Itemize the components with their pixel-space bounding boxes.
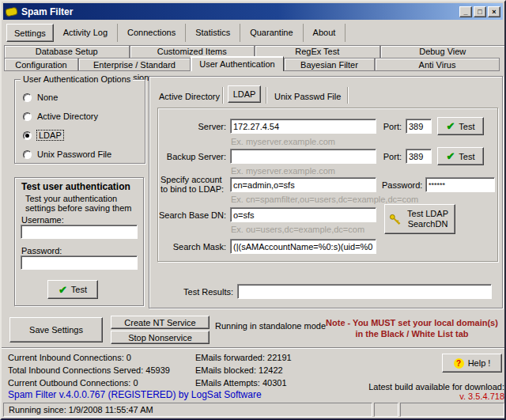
server-port-label: Port: (378, 122, 402, 131)
username-input[interactable] (21, 225, 138, 239)
test-server-button-label: Test (459, 122, 474, 131)
backup-port-label: Port: (378, 152, 402, 161)
check-icon: ✔ (446, 122, 455, 131)
tab-about[interactable]: About (304, 24, 346, 42)
search-base-dn-input[interactable] (230, 207, 376, 222)
statusbar-running-since: Running since: 1/9/2008 11:55:47 AM (3, 403, 372, 417)
radio-row-none[interactable]: None (23, 93, 145, 102)
bind-account-label: Specify account to bind to LDAP: (160, 175, 227, 194)
tab-connections[interactable]: Connections (118, 24, 186, 42)
stat-value: 0 (133, 378, 138, 388)
test-results-label: Test Results: (154, 287, 233, 297)
key-icon (389, 214, 401, 225)
spam-filter-window: Spam Filter _ □ × Settings Activity Log … (0, 0, 506, 420)
save-settings-label: Save Settings (29, 325, 83, 335)
test-ldap-searchdn-button[interactable]: Test LDAP SearchDN (384, 204, 455, 234)
backup-server-input[interactable] (230, 149, 376, 164)
tab-user-authentication[interactable]: User Authentication (191, 56, 284, 71)
radio-ldap[interactable] (23, 131, 32, 140)
search-mask-input[interactable] (230, 239, 376, 254)
stat-current-outbound: Current Outbound Connections: 0 (8, 378, 138, 388)
statusbar-panel-3 (400, 403, 504, 417)
close-button[interactable]: × (488, 6, 500, 17)
radio-active-directory[interactable] (23, 112, 32, 121)
password-input[interactable] (21, 255, 138, 270)
maximize-button[interactable]: □ (474, 6, 486, 17)
server-input[interactable] (230, 119, 376, 134)
bind-account-input[interactable] (230, 177, 376, 192)
radio-row-ldap[interactable]: LDAP (23, 131, 145, 140)
tab-statistics[interactable]: Statistics (186, 24, 240, 42)
tab-quarantine[interactable]: Quarantine (240, 24, 303, 42)
test-backup-button-label: Test (459, 152, 474, 161)
stop-nonservice-label: Stop Nonservice (128, 333, 192, 342)
stat-label: EMails forwarded: (195, 353, 265, 362)
bind-password-input[interactable] (425, 177, 495, 192)
stat-label: EMails Attempts: (195, 378, 260, 388)
test-auth-button[interactable]: ✔ Test (47, 280, 98, 299)
settings-tab-bar-lower: Configuration Enterprise / Standard Vers… (4, 58, 505, 71)
backup-port-input[interactable] (406, 149, 432, 164)
test-user-auth-title: Test user authentication (21, 182, 130, 191)
help-question-icon: ? (454, 358, 464, 369)
running-since-text: Running since: 1/9/2008 11:55:47 AM (9, 405, 153, 414)
test-auth-button-label: Test (71, 285, 87, 294)
server-port-input[interactable] (406, 119, 432, 134)
tab-separator (347, 87, 348, 104)
check-icon: ✔ (446, 152, 455, 161)
tab-settings[interactable]: Settings (6, 24, 54, 42)
check-icon: ✔ (59, 286, 67, 294)
help-button[interactable]: ? Help ! (442, 354, 502, 373)
stat-label: Current Outbound Connections: (8, 378, 130, 388)
tab-separator (266, 87, 266, 104)
ldap-tab-active-directory[interactable]: Active Directory (159, 92, 220, 101)
stat-value: 45939 (145, 365, 170, 375)
latest-build-label: Latest build available for download: (315, 382, 504, 392)
tab-anti-virus[interactable]: Anti Virus (375, 58, 500, 71)
minimize-button[interactable]: _ (459, 6, 472, 17)
divider (2, 347, 506, 349)
radio-ldap-label: LDAP (37, 131, 63, 140)
ldap-tab-ldap-label: LDAP (233, 89, 256, 99)
radio-active-directory-label: Active Directory (37, 112, 98, 121)
radio-row-active-directory[interactable]: Active Directory (23, 112, 145, 121)
test-user-auth-panel: Test user authentication Test your authe… (14, 177, 144, 306)
tab-activity-log[interactable]: Activity Log (54, 24, 118, 42)
radio-none-label: None (37, 93, 58, 102)
test-backup-button[interactable]: ✔ Test (437, 147, 484, 165)
bind-password-label: Password: (382, 180, 423, 190)
backup-hint: Ex. myserver.example.com (231, 166, 335, 176)
base-dn-hint: Ex. ou=users,dc=example,dc=com (231, 225, 364, 234)
latest-build-version[interactable]: v. 3.5.4.718 (315, 392, 504, 401)
stat-total-inbound: Total Inbound Connections Served: 45939 (8, 365, 170, 375)
ldap-form-panel: Server: Port: ✔ Test Ex. myserver.exampl… (157, 108, 498, 262)
ldap-tab-unix-passwd[interactable]: Unix Passwd File (274, 92, 341, 101)
stat-label: EMails blocked: (195, 365, 256, 375)
username-label: Username: (21, 215, 64, 225)
create-nt-service-button[interactable]: Create NT Service (111, 316, 210, 329)
test-results-input[interactable] (237, 284, 492, 299)
server-hint: Ex. myserver.example.com (231, 137, 335, 146)
test-server-button[interactable]: ✔ Test (437, 117, 484, 135)
search-mask-label: Search Mask: (158, 242, 226, 252)
test-ldap-searchdn-label: Test LDAP SearchDN (405, 209, 451, 229)
backup-server-label: Backup Server: (158, 152, 226, 161)
radio-none[interactable] (23, 93, 32, 102)
stat-value: 40301 (262, 378, 287, 388)
stop-nonservice-button[interactable]: Stop Nonservice (111, 331, 210, 344)
tab-enterprise-standard[interactable]: Enterprise / Standard Version (78, 58, 191, 71)
save-settings-button[interactable]: Save Settings (9, 317, 103, 342)
tab-debug-view[interactable]: Debug View (380, 45, 506, 58)
ldap-tab-ldap[interactable]: LDAP (228, 85, 261, 103)
radio-unix-password[interactable] (23, 150, 32, 159)
radio-row-unix-password[interactable]: Unix Password File (23, 149, 145, 159)
tab-configuration[interactable]: Configuration (4, 58, 78, 71)
stat-label: Total Inbound Connections Served: (8, 365, 143, 375)
tab-separator (222, 87, 223, 104)
stat-value: 0 (126, 353, 131, 362)
tab-database-setup[interactable]: Database Setup (4, 45, 130, 58)
ldap-groupbox: Active Directory LDAP Unix Passwd File S… (149, 76, 503, 308)
stat-emails-attempts: EMails Attempts: 40301 (195, 378, 287, 388)
stat-value: 12422 (259, 365, 283, 375)
tab-bayesian-filter[interactable]: Bayesian Filter (284, 58, 375, 71)
